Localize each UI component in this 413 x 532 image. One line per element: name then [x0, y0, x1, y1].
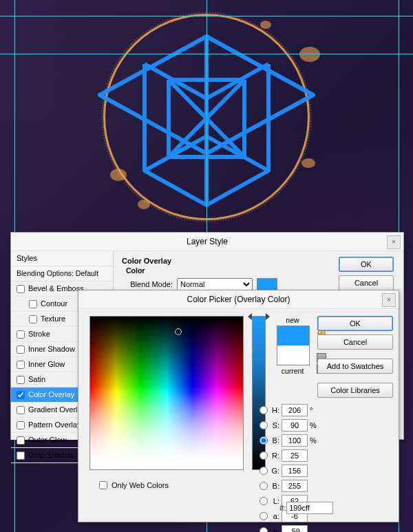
bl-radio[interactable]	[260, 482, 268, 490]
color-picker-title: Color Picker (Overlay Color)	[187, 295, 290, 304]
style-checkbox[interactable]	[29, 315, 37, 323]
layer-style-titlebar[interactable]: Layer Style ×	[11, 233, 403, 251]
color-field[interactable]	[89, 316, 244, 470]
color-picker-buttons: OK Cancel Add to Swatches Color Librarie…	[317, 316, 392, 401]
panel-title: Color Overlay	[122, 257, 330, 265]
hue-slider-thumb[interactable]	[266, 313, 270, 320]
color-picker-dialog[interactable]: Color Picker (Overlay Color) × new curre…	[78, 290, 399, 522]
hex-input[interactable]	[286, 502, 333, 514]
splatter	[260, 21, 271, 29]
layer-style-title: Layer Style	[187, 237, 228, 246]
style-item-label: Outer Glow	[28, 433, 67, 447]
style-checkbox[interactable]	[17, 421, 25, 429]
style-item-label: Color Overlay	[28, 387, 74, 402]
a-radio[interactable]	[260, 512, 268, 520]
h-input[interactable]	[282, 404, 308, 416]
b-input[interactable]	[282, 434, 308, 447]
color-picker-titlebar[interactable]: Color Picker (Overlay Color) ×	[78, 290, 399, 309]
overlay-color-swatch[interactable]	[257, 278, 277, 290]
style-item-label: Bevel & Emboss	[28, 281, 84, 296]
style-item-label: Stroke	[28, 327, 50, 341]
style-item-label: Gradient Overlay	[28, 403, 85, 417]
guide-horizontal[interactable]	[0, 16, 413, 17]
new-label: new	[277, 316, 308, 326]
lab-b-radio[interactable]	[260, 527, 268, 532]
style-checkbox[interactable]	[29, 300, 37, 308]
style-item-label: Pattern Overlay	[28, 418, 81, 432]
style-checkbox[interactable]	[17, 436, 25, 445]
r-input[interactable]	[282, 449, 308, 462]
s-input[interactable]	[282, 419, 308, 432]
s-radio[interactable]	[260, 421, 268, 429]
style-checkbox[interactable]	[17, 451, 25, 460]
hue-slider-thumb[interactable]	[248, 313, 252, 320]
current-label: current	[277, 367, 308, 376]
style-checkbox[interactable]	[17, 376, 25, 384]
hex-label: #	[279, 504, 284, 512]
style-checkbox[interactable]	[17, 345, 25, 354]
only-web-colors-row: Only Web Colors	[99, 481, 169, 489]
splatter	[110, 169, 127, 181]
l-radio[interactable]	[260, 497, 268, 505]
blending-options-row[interactable]: Blending Options: Default	[11, 266, 113, 281]
g-input[interactable]	[282, 465, 308, 477]
new-color-swatch	[277, 326, 309, 345]
only-web-colors-label: Only Web Colors	[112, 481, 169, 489]
color-field-marker[interactable]	[174, 328, 182, 336]
style-checkbox[interactable]	[17, 330, 25, 339]
ok-button[interactable]: OK	[317, 316, 393, 331]
splatter	[138, 200, 150, 209]
current-color-swatch[interactable]	[277, 345, 309, 365]
only-web-colors-checkbox[interactable]	[99, 481, 107, 489]
panel-subtitle: Color	[126, 266, 330, 275]
style-checkbox[interactable]	[17, 391, 25, 399]
lab-b-input[interactable]	[282, 525, 308, 532]
blend-mode-select[interactable]: Normal	[177, 278, 253, 290]
add-to-swatches-button[interactable]: Add to Swatches	[317, 359, 393, 374]
styles-header[interactable]: Styles	[11, 251, 113, 266]
color-libraries-button[interactable]: Color Libraries	[317, 383, 393, 398]
g-radio[interactable]	[260, 467, 268, 475]
r-radio[interactable]	[260, 451, 268, 460]
blend-mode-label: Blend Mode:	[126, 280, 173, 288]
style-item-label: Inner Glow	[28, 357, 65, 372]
style-item-label: Contour	[41, 297, 67, 311]
style-item-label: Drop Shadow	[28, 448, 74, 462]
close-icon[interactable]: ×	[382, 293, 396, 307]
close-icon[interactable]: ×	[387, 235, 401, 249]
style-checkbox[interactable]	[17, 406, 25, 414]
style-item-label: Texture	[41, 312, 65, 326]
cancel-button[interactable]: Cancel	[339, 275, 394, 290]
b-radio[interactable]	[260, 436, 268, 445]
guide-horizontal[interactable]	[0, 54, 413, 54]
cancel-button[interactable]: Cancel	[317, 334, 393, 350]
splatter	[299, 47, 320, 62]
style-checkbox[interactable]	[17, 285, 25, 293]
style-item-label: Satin	[28, 372, 45, 387]
style-checkbox[interactable]	[17, 361, 25, 369]
bl-input[interactable]	[282, 480, 308, 492]
h-radio[interactable]	[260, 406, 268, 414]
style-item-label: Inner Shadow	[28, 342, 75, 357]
ok-button[interactable]: OK	[339, 257, 394, 272]
splatter	[301, 158, 315, 168]
hex-row: #	[279, 502, 333, 514]
